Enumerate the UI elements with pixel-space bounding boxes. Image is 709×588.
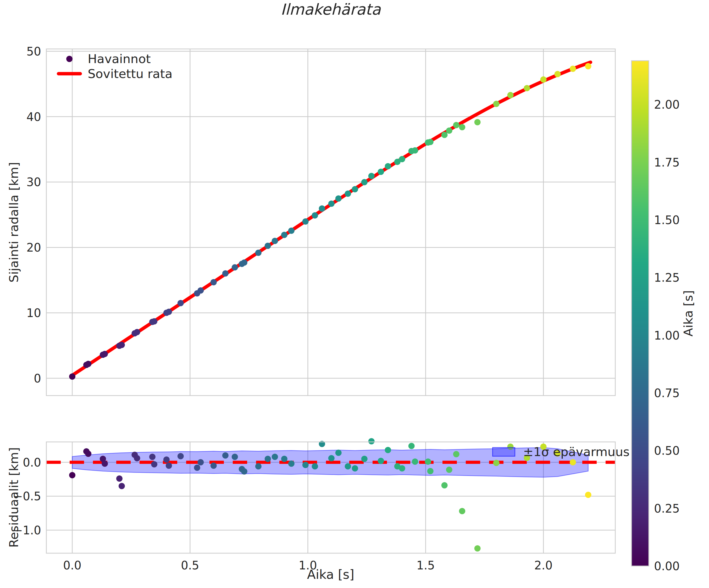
scatter-marker-icon (66, 56, 73, 62)
observation-point (222, 270, 229, 277)
tick-label: 1.5 (417, 559, 435, 572)
tick-label: 50 (26, 45, 41, 58)
tick-label: 1.25 (654, 271, 680, 284)
residual-point (453, 451, 459, 457)
observation-point (368, 173, 375, 179)
residual-point (241, 469, 247, 475)
residual-point (361, 456, 368, 462)
residual-point (194, 464, 200, 471)
main-grid (46, 49, 615, 396)
main-plot-area: 01020304050 (26, 45, 615, 396)
uncertainty-legend-label: ±1σ epävarmuus (523, 445, 630, 459)
main-legend: Havainnot Sovitettu rata (54, 51, 173, 81)
observation-point (385, 163, 391, 169)
observation-point (427, 139, 434, 145)
tick-label: 0.25 (654, 502, 680, 515)
residual-point (409, 443, 415, 449)
observation-point (345, 191, 351, 197)
residual-point (335, 450, 342, 456)
residual-point (134, 455, 140, 461)
residual-point (412, 458, 418, 465)
observation-point (134, 329, 140, 335)
tick-label: 0.00 (654, 559, 680, 573)
fit-line (72, 62, 590, 375)
residual-point (119, 483, 125, 489)
observation-point (265, 243, 271, 249)
colorbar: 0.000.250.500.751.001.251.501.752.00 (631, 61, 680, 573)
residual-point (446, 466, 452, 473)
observation-point (210, 279, 217, 285)
colorbar-gradient (631, 61, 649, 566)
observation-point (524, 85, 530, 91)
residual-point (378, 458, 384, 464)
residual-point (163, 456, 170, 462)
residual-point (368, 438, 375, 444)
residual-point (281, 456, 287, 462)
observation-point (166, 309, 172, 315)
observation-point (541, 76, 547, 83)
tick-label: 2.0 (534, 559, 553, 572)
observation-point (312, 212, 318, 219)
observation-point (151, 318, 157, 324)
tick-label: 0.75 (654, 386, 680, 400)
uncertainty-legend: ±1σ epävarmuus (492, 445, 630, 459)
legend-item-observations: Havainnot (54, 51, 173, 66)
observation-point (554, 71, 561, 77)
residual-point (303, 462, 309, 468)
observation-point (328, 201, 335, 207)
observation-point (399, 156, 405, 162)
observation-point (493, 101, 500, 107)
legend-item-fit: Sovitettu rata (54, 66, 173, 81)
legend-fit-label: Sovitettu rata (88, 66, 173, 81)
residual-point (345, 463, 351, 470)
observation-point (178, 300, 184, 306)
observation-point (241, 260, 247, 266)
observation-point (361, 179, 368, 185)
residual-point (198, 459, 204, 465)
residual-point (265, 456, 271, 462)
tick-label: 0.0 (23, 456, 41, 469)
observation-point (303, 218, 309, 224)
tick-label: 0 (34, 372, 41, 385)
main-y-tick-labels: 01020304050 (26, 45, 41, 385)
observation-point (102, 351, 108, 357)
residual-point (425, 458, 431, 465)
observation-point (281, 232, 287, 238)
tick-label: 40 (26, 110, 41, 124)
colorbar-tick-labels: 0.000.250.500.751.001.251.501.752.00 (654, 98, 680, 573)
observation-point (198, 288, 204, 294)
tick-label: 2.00 (654, 98, 680, 111)
observation-point (446, 128, 452, 134)
colorbar-label: Aika [s] (681, 290, 695, 337)
main-frame (46, 49, 615, 396)
observation-point (288, 228, 294, 234)
tick-label: 0.0 (63, 559, 81, 572)
residual-point (149, 454, 156, 460)
observation-point (335, 195, 342, 202)
residual-point (69, 472, 75, 478)
residual-point (328, 455, 335, 461)
chart-title: Ilmakehärata (281, 1, 381, 18)
observation-point (69, 373, 75, 380)
residual-point (210, 462, 217, 469)
tick-label: 0.50 (654, 444, 680, 457)
residual-point (232, 454, 238, 460)
residual-point (427, 468, 434, 474)
residual-point (166, 462, 172, 469)
observation-points (69, 63, 592, 380)
observation-point (85, 361, 91, 367)
residual-point (385, 447, 391, 453)
residual-point (116, 475, 123, 482)
residual-point (459, 508, 465, 514)
tick-label: 1.50 (654, 213, 680, 227)
observation-point (474, 119, 481, 126)
residual-point (151, 461, 157, 467)
figure: 010203040500.0−0.5−1.00.00.51.01.52.00.0… (0, 0, 709, 588)
residual-point (570, 459, 576, 465)
residual-point (399, 465, 405, 472)
line-marker-icon (57, 72, 82, 75)
residual-point (222, 452, 229, 459)
observation-point (352, 186, 358, 192)
tick-label: 0.5 (181, 559, 199, 572)
observation-point (507, 92, 514, 98)
